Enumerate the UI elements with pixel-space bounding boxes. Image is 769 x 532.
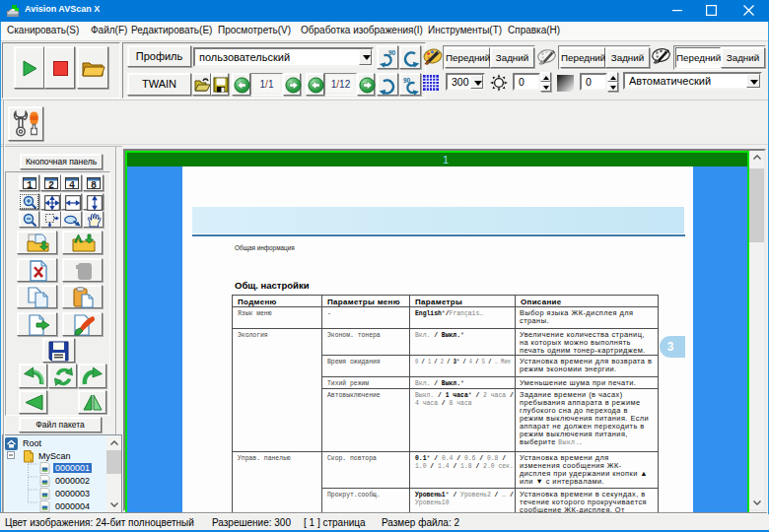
- svg-text:2: 2: [48, 180, 54, 189]
- svg-text:8: 8: [91, 180, 97, 189]
- svg-text:90: 90: [388, 49, 396, 56]
- svg-text:90: 90: [403, 77, 411, 84]
- svg-text:4: 4: [69, 180, 75, 189]
- svg-text:1: 1: [27, 180, 33, 189]
